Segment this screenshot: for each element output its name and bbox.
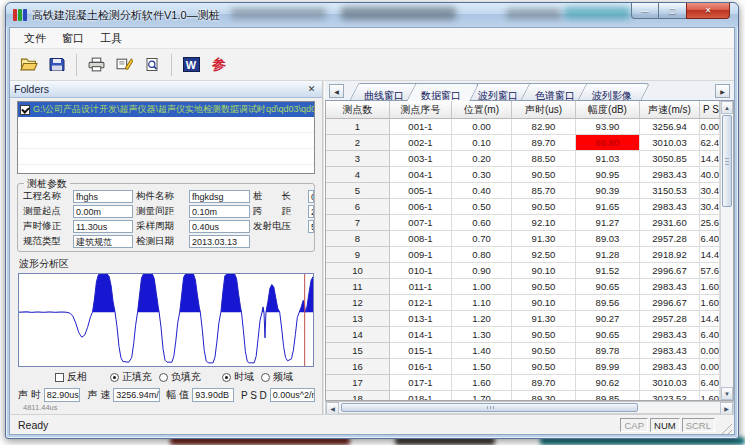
domain-1-radio[interactable]: 频域 — [261, 370, 293, 384]
folder-item[interactable]: G:\公司产品设计开发\超声仪器\超声仪实地检测数据调试时qd\qd03\qd0… — [18, 102, 314, 117]
h-scrollbar[interactable]: ◀ ▶ — [325, 401, 734, 414]
tab-4[interactable]: 波列影像 — [582, 83, 646, 100]
fill-0-radio[interactable]: 正填充 — [110, 370, 152, 384]
table-cell: 91.30 — [512, 311, 576, 327]
table-row[interactable]: 2002-10.1089.7086.803010.03462.4 — [326, 135, 720, 151]
scroll-up-icon[interactable]: ▲ — [721, 101, 733, 114]
folders-list[interactable]: G:\公司产品设计开发\超声仪器\超声仪实地检测数据调试时qd\qd03\qd0… — [17, 101, 315, 174]
scroll-down-icon[interactable]: ▼ — [721, 387, 733, 400]
table-row[interactable]: 4004-10.3090.5090.952983.4340.0 — [326, 167, 720, 183]
param-value[interactable]: 0.10m — [189, 205, 250, 218]
param-value[interactable]: 270mm — [308, 205, 314, 218]
param-value[interactable]: 11.30us — [73, 220, 133, 233]
table-cell: 012-1 — [390, 295, 452, 311]
table-cell: 91.52 — [576, 263, 640, 279]
print-setup-icon — [116, 57, 133, 72]
table-row[interactable]: 1001-10.0082.9093.903256.940.00 — [326, 119, 720, 135]
table-cell: 0.00 — [700, 119, 720, 135]
param-value[interactable]: 0.40us — [189, 220, 250, 233]
fill-1-radio[interactable]: 负填充 — [159, 370, 201, 384]
scroll-left-icon[interactable]: ◀ — [326, 402, 339, 414]
table-row[interactable]: 17017-11.6089.7090.623010.036.40 — [326, 375, 720, 391]
menu-item-2[interactable]: 工具 — [92, 29, 130, 48]
v-scroll-thumb[interactable] — [722, 115, 732, 207]
table-header-cell[interactable]: P S D(us — [700, 101, 720, 119]
param-value[interactable]: fhghs — [73, 190, 133, 203]
open-button[interactable] — [16, 52, 42, 78]
toolbar-separator — [171, 54, 172, 76]
table-row[interactable]: 7007-10.6092.1091.272931.6025.6 — [326, 215, 720, 231]
waveform-plot[interactable] — [18, 273, 314, 367]
domain-label: 频域 — [273, 370, 293, 384]
param-value[interactable]: 2013.03.13 — [189, 235, 250, 248]
readout-value[interactable]: 82.90us — [44, 388, 81, 402]
maximize-button[interactable]: ▢ — [659, 3, 686, 19]
table-row[interactable]: 11011-11.0090.5090.652983.431.60 — [326, 279, 720, 295]
tab-scroll-left-icon[interactable]: ◀ — [329, 84, 344, 98]
table-cell: 85.70 — [512, 183, 576, 199]
table-row[interactable]: 5005-10.4085.7090.393150.53230.4 — [326, 183, 720, 199]
table-header-cell[interactable]: 测点数 — [326, 101, 390, 119]
table-cell: 2983.43 — [640, 327, 700, 343]
row-number-cell: 11 — [326, 279, 390, 295]
folders-panel: Folders ✕ G:\公司产品设计开发\超声仪器\超声仪实地检测数据调试时q… — [10, 81, 322, 414]
table-row[interactable]: 10010-10.9090.1091.522996.6757.6 — [326, 263, 720, 279]
folders-empty-row — [18, 165, 314, 174]
print-setup-button[interactable] — [111, 52, 137, 78]
table-cell: 008-1 — [390, 231, 452, 247]
table-row[interactable]: 14014-11.3090.5090.652983.436.40 — [326, 327, 720, 343]
table-header-cell[interactable]: 测点序号 — [390, 101, 452, 119]
word-export-button[interactable]: W — [178, 52, 204, 78]
table-header-cell[interactable]: 位置(m) — [452, 101, 512, 119]
v-scrollbar[interactable]: ▲ ▼ — [720, 101, 733, 400]
param-value[interactable]: 500V — [308, 220, 314, 233]
h-scroll-thumb[interactable] — [341, 403, 638, 412]
param-value[interactable]: 0.00m — [308, 190, 314, 203]
print-preview-button[interactable] — [139, 52, 165, 78]
radio-icon — [261, 373, 270, 382]
table-row[interactable]: 6006-10.5090.5091.652983.43230.4 — [326, 199, 720, 215]
readout-value[interactable]: 3256.94m/s — [113, 388, 159, 402]
param-value[interactable]: 0.00m — [73, 205, 133, 218]
scroll-right-icon[interactable]: ▶ — [720, 402, 733, 414]
title-bar[interactable]: 高铁建混凝土检测分析软件V1.0—测桩 — ▢ ✕ — [6, 3, 738, 27]
save-button[interactable] — [44, 52, 70, 78]
tab-scroll-right-icon[interactable]: ▶ — [715, 84, 730, 98]
table-header-cell[interactable]: 声时(us) — [512, 101, 576, 119]
parameters-button[interactable]: 参 — [206, 52, 232, 78]
table-row[interactable]: 13013-11.2091.3090.272957.2814.4 — [326, 311, 720, 327]
readout-value[interactable]: 0.00us^2/m — [270, 388, 315, 402]
print-preview-icon — [144, 57, 160, 72]
menu-item-1[interactable]: 窗口 — [54, 29, 92, 48]
table-cell: 2983.43 — [640, 359, 700, 375]
table-cell: 2931.60 — [640, 215, 700, 231]
minimize-button[interactable]: — — [631, 3, 659, 19]
print-button[interactable] — [83, 52, 109, 78]
close-button[interactable]: ✕ — [686, 3, 730, 19]
tab-1[interactable]: 数据窗口 — [411, 83, 475, 100]
table-header-cell[interactable]: 幅度(dB) — [576, 101, 640, 119]
table-cell: 92.10 — [512, 215, 576, 231]
domain-0-radio[interactable]: 时域 — [222, 370, 254, 384]
table-cell: 90.50 — [512, 199, 576, 215]
menu-item-0[interactable]: 文件 — [16, 29, 54, 48]
param-value[interactable]: 建筑规范 — [73, 235, 133, 248]
table-row[interactable]: 15015-11.4090.5089.782983.430.00 — [326, 343, 720, 359]
folder-checkbox-icon[interactable] — [20, 105, 30, 115]
table-row[interactable]: 12012-11.1090.1089.562996.671.60 — [326, 295, 720, 311]
invert-checkbox[interactable]: 反相 — [55, 370, 87, 384]
table-cell: 90.65 — [576, 327, 640, 343]
table-row[interactable]: 16016-11.5090.5089.992983.430.00 — [326, 359, 720, 375]
table-row[interactable]: 18018-11.7089.3089.853023.521.60 — [326, 391, 720, 400]
readout-value[interactable]: 93.90dB — [192, 388, 234, 402]
table-header-cell[interactable]: 声速(m/s) — [640, 101, 700, 119]
resize-grip[interactable] — [719, 421, 732, 434]
table-row[interactable]: 3003-10.2088.5091.033050.8514.4 — [326, 151, 720, 167]
param-value[interactable]: fhgkdsg — [189, 190, 250, 203]
table-cell: 89.78 — [576, 343, 640, 359]
table-row[interactable]: 8008-10.7091.3089.032957.286.40 — [326, 231, 720, 247]
table-cell: 25.6 — [700, 215, 720, 231]
param-label: 测量间距 — [136, 205, 186, 218]
panel-close-icon[interactable]: ✕ — [305, 84, 318, 94]
table-row[interactable]: 9009-10.8092.5091.282918.9214.4 — [326, 247, 720, 263]
